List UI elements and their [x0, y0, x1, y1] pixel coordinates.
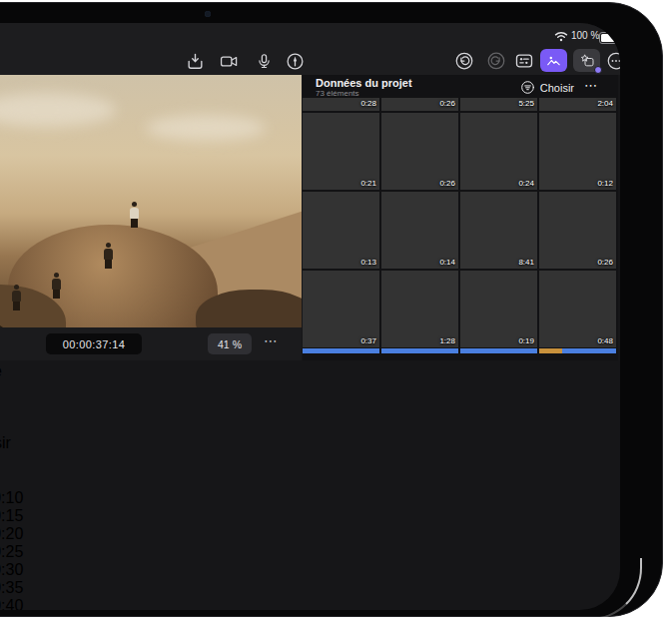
filter-icon	[520, 80, 535, 95]
thumbnail-duration: 2:04	[597, 99, 613, 108]
app-screen: 100 %	[0, 23, 620, 610]
media-grid-row: 0:280:265:252:04	[303, 98, 616, 111]
person-silhouette	[52, 273, 61, 299]
usage-bar	[460, 348, 537, 353]
marketing-page: 100 %	[0, 0, 672, 624]
cloud-shape	[146, 115, 266, 141]
media-thumbnail[interactable]: 0:12	[539, 113, 616, 190]
media-browser-panel: Données du projet 73 éléments Choisir ⋯ …	[303, 75, 618, 360]
media-thumbnail[interactable]: 0:19	[460, 271, 537, 347]
media-thumbnail[interactable]: 0:28	[303, 98, 379, 111]
camera-icon[interactable]	[217, 49, 241, 73]
media-thumbnail[interactable]: 0:37	[303, 271, 379, 347]
timeline-ruler[interactable]: 0500:00:1000:00:1500:00:2000:00:2500:00:…	[0, 471, 620, 610]
front-camera	[205, 11, 211, 17]
browser-title: Données du projet	[316, 77, 412, 89]
media-thumbnail[interactable]: 0:24	[460, 113, 537, 190]
ruler-label: 00:00:25	[0, 543, 620, 561]
thumbnail-duration: 0:26	[439, 99, 455, 108]
media-grid-row: 0:130:148:410:26	[303, 192, 616, 269]
media-thumbnail[interactable]: 5:25	[460, 98, 537, 111]
pencil-tool-icon[interactable]	[283, 49, 307, 73]
inspector-button[interactable]	[512, 49, 536, 73]
media-thumbnail[interactable]: 0:48	[539, 271, 616, 347]
browser-item-count: 73 éléments	[316, 89, 359, 98]
timeline-choose-button[interactable]: Choisir	[0, 434, 620, 452]
thumbnail-duration: 0:48	[597, 336, 613, 345]
timeline-more-button[interactable]: ⋯	[0, 452, 620, 471]
thumbnail-duration: 0:12	[597, 179, 613, 188]
viewer-panel: 00:00:37:14 41 % ⋯	[0, 75, 302, 360]
thumbnail-duration: 0:14	[439, 258, 455, 267]
thumbnail-duration: 5:25	[518, 99, 534, 108]
viewer-zoom-level[interactable]: 41 %	[208, 333, 252, 354]
redo-button[interactable]	[484, 49, 508, 73]
battery-percent: 100 %	[571, 30, 599, 41]
browser-choose-button[interactable]: Choisir	[520, 80, 574, 95]
person-silhouette	[12, 285, 21, 311]
media-thumbnail[interactable]: 2:04	[539, 98, 616, 111]
cloud-shape	[0, 93, 116, 127]
tab-plage[interactable]: Plage	[0, 362, 620, 380]
effects-badge-dot	[594, 66, 602, 74]
thumbnail-duration: 0:28	[360, 99, 376, 108]
thumbnail-duration: 0:13	[360, 258, 376, 267]
import-button[interactable]	[183, 49, 207, 73]
person-silhouette	[130, 202, 139, 228]
timeline-overview-icon[interactable]	[0, 416, 620, 434]
usage-bar	[381, 348, 458, 353]
media-thumbnail[interactable]: 1:28	[381, 271, 458, 347]
media-grid-row: 0:210:260:240:12	[303, 113, 616, 190]
battery-icon	[599, 32, 620, 44]
media-thumbnail[interactable]: 0:26	[381, 98, 458, 111]
ruler-label: 00:00:40	[0, 597, 620, 610]
browser-choose-label: Choisir	[540, 82, 574, 94]
media-thumbnail[interactable]: 0:21	[303, 113, 379, 190]
media-thumbnail[interactable]: 0:13	[303, 192, 379, 269]
media-thumbnail[interactable]: 0:26	[539, 192, 616, 269]
thumbnail-duration: 1:28	[439, 336, 455, 345]
effects-button[interactable]	[573, 49, 600, 72]
thumbnail-duration: 0:37	[360, 336, 376, 345]
thumbnail-duration: 0:26	[597, 258, 613, 267]
thumbnail-duration: 0:26	[439, 179, 455, 188]
ruler-label: 05	[0, 471, 620, 489]
ruler-label: 00:00:10	[0, 489, 620, 507]
thumbnail-duration: 0:21	[360, 179, 376, 188]
thumbnail-duration: 0:24	[518, 179, 534, 188]
media-browser-button[interactable]	[540, 49, 567, 72]
ruler-label: 00:00:35	[0, 579, 620, 597]
wifi-icon	[554, 31, 568, 42]
usage-bar-row	[303, 348, 616, 353]
viewer-preview-image[interactable]	[0, 75, 302, 327]
snapping-icon[interactable]	[0, 398, 620, 416]
ruler-label: 00:00:30	[0, 561, 620, 579]
usage-bar	[539, 348, 616, 353]
more-options-button[interactable]	[604, 49, 620, 73]
usage-bar	[303, 348, 379, 353]
person-silhouette	[104, 243, 113, 269]
tab-bord[interactable]: Bord	[0, 380, 620, 398]
ipad-device-frame: 100 %	[0, 2, 663, 617]
thumbnail-duration: 8:41	[518, 258, 534, 267]
ruler-label: 00:00:20	[0, 525, 620, 543]
undo-button[interactable]	[452, 49, 476, 73]
viewer-more-button[interactable]: ⋯	[264, 332, 279, 348]
media-grid-row: 0:371:280:190:48	[303, 271, 616, 347]
viewer-controls: 00:00:37:14 41 % ⋯	[0, 327, 302, 360]
media-thumbnail[interactable]: 0:26	[381, 113, 458, 190]
browser-header: Données du projet 73 éléments Choisir ⋯	[303, 75, 618, 98]
timecode-display[interactable]: 00:00:37:14	[46, 333, 142, 354]
thumbnail-duration: 0:19	[518, 336, 534, 345]
browser-more-button[interactable]: ⋯	[584, 78, 598, 93]
microphone-icon[interactable]	[252, 49, 276, 73]
ruler-label: 00:00:15	[0, 507, 620, 525]
media-thumbnail[interactable]: 0:14	[381, 192, 458, 269]
media-thumbnail[interactable]: 8:41	[460, 192, 537, 269]
